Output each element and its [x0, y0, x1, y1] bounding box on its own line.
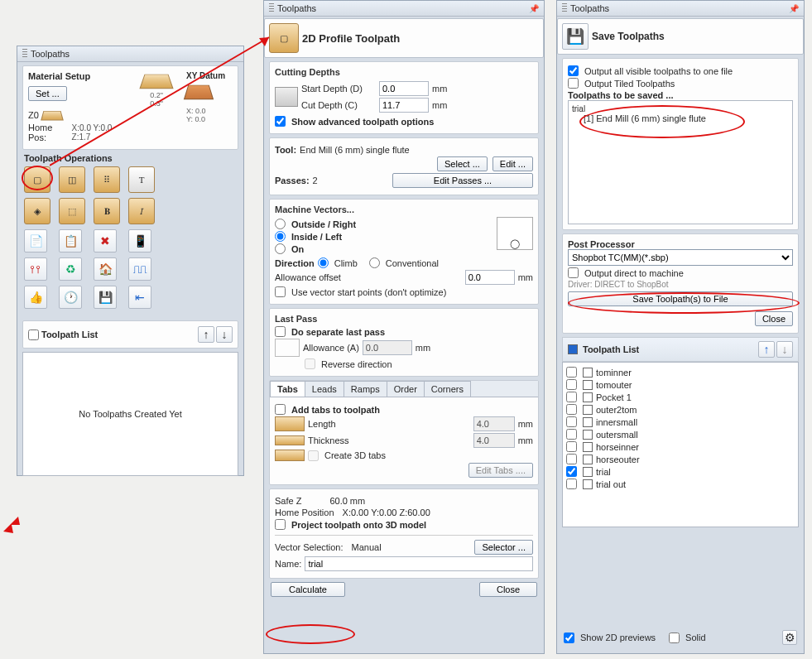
calculate-button[interactable]: Calculate: [271, 582, 345, 597]
settings-icon[interactable]: ⚙: [782, 630, 797, 645]
conv-radio[interactable]: [369, 257, 380, 268]
op-tool2-icon[interactable]: ♻: [59, 257, 82, 281]
mm-1: mm: [432, 84, 447, 94]
list-item[interactable]: horseinner: [566, 440, 795, 453]
list-item-checkbox[interactable]: [566, 454, 577, 464]
saved-item-1[interactable]: [1] End Mill (6 mm) single flute: [584, 113, 789, 123]
mm-6: mm: [518, 435, 533, 445]
tab-ramps[interactable]: Ramps: [344, 381, 387, 397]
pin-icon[interactable]: 📌: [789, 4, 799, 13]
name-input[interactable]: [305, 556, 533, 571]
op-bold-icon[interactable]: 𝐁: [94, 198, 120, 224]
tab-tabs[interactable]: Tabs: [270, 381, 305, 397]
home-position-label: Home Position: [275, 507, 334, 517]
list-item-checkbox[interactable]: [566, 479, 577, 489]
add-tabs-checkbox[interactable]: [275, 404, 286, 415]
save-to-file-button[interactable]: Save Toolpath(s) to File: [568, 291, 793, 306]
op-copy-icon[interactable]: 📋: [59, 229, 82, 253]
list-item[interactable]: Pocket 1: [566, 391, 795, 403]
move-up-icon[interactable]: ↑: [198, 326, 214, 343]
allowance-input[interactable]: [465, 270, 515, 285]
tool-group: Tool: End Mill (6 mm) single flute Selec…: [269, 137, 539, 195]
op-calc-icon[interactable]: 📱: [128, 229, 151, 253]
vector-start-checkbox[interactable]: [275, 286, 286, 297]
length-label: Length: [308, 419, 336, 429]
outside-radio[interactable]: [275, 219, 286, 229]
vector-start-label: Use vector start points (don't optimize): [291, 287, 446, 297]
edit-passes-button[interactable]: Edit Passes ...: [392, 173, 533, 188]
save-icon: 💾: [562, 23, 589, 50]
list-item[interactable]: trial: [566, 465, 795, 478]
list-item[interactable]: trial out: [566, 478, 795, 490]
op-italic-icon[interactable]: 𝘐: [128, 198, 155, 224]
list-item[interactable]: tominner: [566, 366, 795, 378]
tab-corners[interactable]: Corners: [424, 381, 471, 397]
op-pocket-icon[interactable]: ◫: [59, 166, 85, 193]
list-item-checkbox[interactable]: [566, 392, 577, 402]
list-item-checkbox[interactable]: [566, 379, 577, 390]
list-item[interactable]: outersmall: [566, 428, 795, 440]
list-item-checkbox[interactable]: [566, 429, 577, 440]
list-item[interactable]: tomouter: [566, 378, 795, 391]
op-text-icon[interactable]: T: [128, 166, 155, 193]
do-separate-checkbox[interactable]: [275, 326, 286, 337]
start-depth-input[interactable]: [379, 81, 429, 96]
list-item-checkbox[interactable]: [566, 404, 577, 415]
outside-label: Outside / Right: [291, 219, 356, 229]
svg-marker-2: [3, 517, 20, 533]
toolpath-list-checkbox[interactable]: [28, 330, 39, 340]
pin-icon[interactable]: 📌: [529, 4, 539, 13]
bottom-group: Safe Z 60.0 mm Home Position X:0.00 Y:0.…: [269, 488, 539, 579]
home-pos-label: Home Pos:: [28, 123, 69, 142]
list-item[interactable]: innersmall: [566, 416, 795, 428]
edit-tool-button[interactable]: Edit ...: [492, 156, 533, 171]
solid-checkbox[interactable]: [669, 633, 680, 643]
move-down-icon[interactable]: ↓: [216, 326, 233, 343]
close-button-3[interactable]: Close: [755, 311, 793, 326]
op-tool3-icon[interactable]: 🏠: [94, 257, 117, 281]
list-item-checkbox[interactable]: [566, 441, 577, 452]
close-button-2[interactable]: Close: [479, 582, 537, 597]
out-tiled-checkbox[interactable]: [568, 78, 579, 89]
list-item-checkbox[interactable]: [566, 416, 577, 427]
climb-radio[interactable]: [318, 257, 329, 268]
op-drill-icon[interactable]: ⠿: [94, 166, 120, 193]
list-item-checkbox[interactable]: [566, 466, 577, 477]
op-time-icon[interactable]: 🕐: [59, 286, 82, 309]
op-tool4-icon[interactable]: ⎍⎍: [128, 257, 151, 281]
op-hand-icon[interactable]: 👍: [24, 286, 47, 309]
project-3d-checkbox[interactable]: [275, 519, 286, 530]
list-item-checkbox[interactable]: [566, 367, 577, 378]
on-radio[interactable]: [275, 243, 286, 254]
list-item[interactable]: horseouter: [566, 453, 795, 465]
op-profile-icon[interactable]: ▢: [24, 166, 50, 193]
out-all-checkbox[interactable]: [568, 65, 579, 76]
no-toolpaths: No Toolpaths Created Yet: [79, 409, 182, 419]
op-save-icon[interactable]: 💾: [94, 286, 117, 309]
out-direct-checkbox[interactable]: [568, 267, 579, 278]
op-6-icon[interactable]: ⬚: [59, 198, 85, 224]
set-button[interactable]: Set ...: [28, 86, 67, 101]
tab-leads[interactable]: Leads: [305, 381, 344, 397]
toolpath-list[interactable]: tominnertomouterPocket 1outer2tominnersm…: [562, 362, 799, 527]
show-2d-checkbox[interactable]: [564, 633, 574, 643]
select-tool-button[interactable]: Select ...: [437, 156, 488, 171]
list-item[interactable]: outer2tom: [566, 403, 795, 416]
list-up-icon[interactable]: ↑: [758, 341, 775, 358]
inside-radio[interactable]: [275, 231, 286, 242]
op-exit-icon[interactable]: ⇤: [128, 286, 151, 309]
to-be-saved-list[interactable]: trial [1] End Mill (6 mm) single flute: [568, 100, 793, 224]
op-tool1-icon[interactable]: ⫯⫯: [24, 257, 47, 281]
op-5-icon[interactable]: ◈: [24, 198, 50, 224]
vector-selection-val: Manual: [352, 542, 382, 552]
mm-5: mm: [518, 419, 533, 429]
show-adv-checkbox[interactable]: [275, 116, 286, 127]
op-delete-icon[interactable]: ✖: [94, 229, 117, 253]
tab-order[interactable]: Order: [387, 381, 425, 397]
list-down-icon[interactable]: ↓: [776, 341, 793, 358]
heading-card: ▢ 2D Profile Toolpath: [264, 18, 544, 58]
cut-depth-input[interactable]: [379, 98, 429, 113]
selector-button[interactable]: Selector ...: [474, 540, 533, 555]
post-processor-select[interactable]: Shopbot TC(MM)(*.sbp): [568, 249, 793, 266]
op-new-icon[interactable]: 📄: [24, 229, 47, 253]
